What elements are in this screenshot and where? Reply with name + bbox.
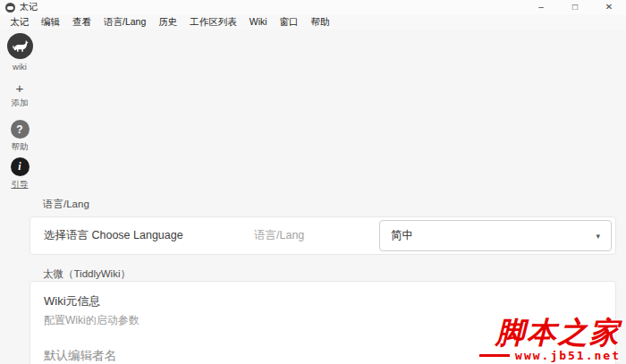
menu-item-wiki[interactable]: Wiki: [243, 14, 274, 30]
sidebar-item-help[interactable]: ? 帮助: [0, 120, 39, 153]
chevron-down-icon: ▾: [596, 232, 600, 241]
choose-language-label: 选择语言 Choose Language: [44, 228, 183, 243]
language-select[interactable]: 简中 ▾: [379, 220, 612, 251]
wiki-meta-title: Wiki元信息: [44, 293, 602, 309]
add-label: 添加: [0, 97, 39, 109]
sidebar-item-guide[interactable]: i 引导: [0, 157, 39, 190]
menu-item-window[interactable]: 窗口: [274, 14, 305, 30]
menu-item-workspaces[interactable]: 工作区列表: [183, 14, 243, 30]
menu-item-view[interactable]: 查看: [66, 14, 97, 30]
menu-item-history[interactable]: 历史: [152, 14, 183, 30]
default-editor-name-input[interactable]: [44, 349, 602, 364]
menu-item-edit[interactable]: 编辑: [35, 14, 66, 30]
wiki-meta-subtitle: 配置Wiki的启动参数: [44, 313, 602, 328]
tiddlywiki-section-header: 太微（TiddlyWiki）: [43, 267, 131, 281]
window-controls: – □ ✕: [524, 0, 626, 14]
minimize-button[interactable]: –: [524, 0, 558, 14]
sidebar-item-add-workspace[interactable]: + 添加: [0, 82, 39, 109]
close-button[interactable]: ✕: [592, 0, 626, 14]
menu-item-language[interactable]: 语言/Lang: [97, 14, 152, 30]
language-hint-label: 语言/Lang: [254, 228, 304, 243]
maximize-button[interactable]: □: [558, 0, 592, 14]
help-label: 帮助: [0, 141, 39, 153]
plus-icon: +: [0, 82, 39, 95]
menu-item-help[interactable]: 帮助: [305, 14, 336, 30]
language-select-value: 简中: [391, 228, 413, 243]
window-title: 太记: [20, 1, 38, 13]
wiki-workspace-avatar: [7, 33, 33, 59]
info-icon: i: [11, 157, 30, 176]
guide-label: 引导: [0, 179, 39, 190]
wiki-meta-card: Wiki元信息 配置Wiki的启动参数 在 Wiki 中默认使用的编辑者名，将在…: [30, 281, 616, 364]
language-card: 选择语言 Choose Language 语言/Lang 简中 ▾: [30, 216, 616, 255]
titlebar: 太记 – □ ✕: [0, 0, 626, 14]
help-icon: ?: [11, 120, 30, 139]
workspace-label: wiki: [0, 62, 39, 72]
sidebar-item-wiki-workspace[interactable]: wiki: [0, 33, 39, 72]
app-logo-icon: [5, 3, 15, 13]
language-section-header: 语言/Lang: [43, 198, 89, 211]
menu-item-app[interactable]: 太记: [4, 14, 35, 30]
menu-bar: 太记 编辑 查看 语言/Lang 历史 工作区列表 Wiki 窗口 帮助: [0, 14, 626, 30]
cat-icon: [10, 36, 30, 56]
